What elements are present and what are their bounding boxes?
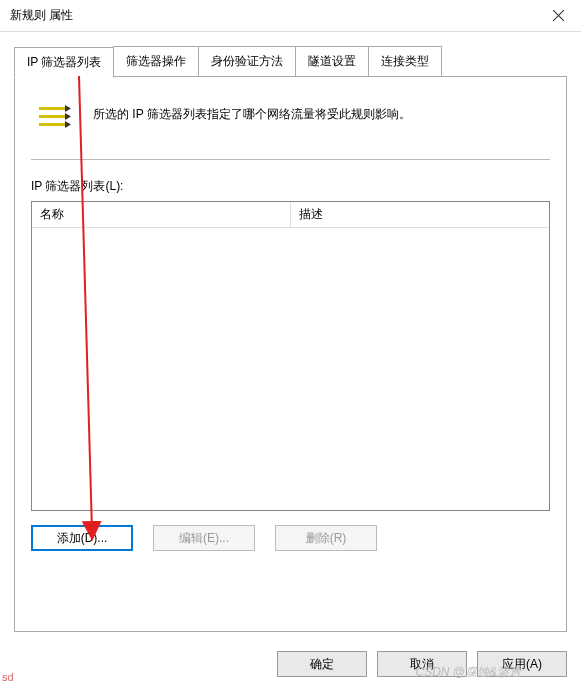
tab-ip-filter-list[interactable]: IP 筛选器列表 — [14, 47, 114, 78]
dialog-content: IP 筛选器列表 筛选器操作 身份验证方法 隧道设置 连接类型 所选的 IP 筛… — [0, 32, 581, 642]
filter-list-icon — [37, 101, 71, 135]
svg-marker-6 — [65, 113, 71, 120]
close-icon — [553, 10, 564, 21]
info-row: 所选的 IP 筛选器列表指定了哪个网络流量将受此规则影响。 — [31, 95, 550, 160]
watermark: CSDN @腐蚀&渗透 — [415, 664, 521, 681]
ok-button[interactable]: 确定 — [277, 651, 367, 677]
tab-label: 身份验证方法 — [211, 54, 283, 68]
tab-label: 隧道设置 — [308, 54, 356, 68]
ip-filter-listbox[interactable]: 名称 描述 — [31, 201, 550, 511]
tab-connection-type[interactable]: 连接类型 — [368, 46, 442, 76]
tab-label: 筛选器操作 — [126, 54, 186, 68]
titlebar: 新规则 属性 — [0, 0, 581, 32]
window-title: 新规则 属性 — [10, 7, 73, 24]
tab-strip: IP 筛选器列表 筛选器操作 身份验证方法 隧道设置 连接类型 — [14, 46, 567, 77]
tab-auth-method[interactable]: 身份验证方法 — [198, 46, 296, 76]
tab-label: IP 筛选器列表 — [27, 55, 101, 69]
edit-button: 编辑(E)... — [153, 525, 255, 551]
remove-button: 删除(R) — [275, 525, 377, 551]
tab-tunnel-settings[interactable]: 隧道设置 — [295, 46, 369, 76]
list-button-row: 添加(D)... 编辑(E)... 删除(R) — [31, 525, 550, 551]
column-header-name[interactable]: 名称 — [32, 202, 291, 228]
list-label: IP 筛选器列表(L): — [31, 178, 550, 195]
add-button[interactable]: 添加(D)... — [31, 525, 133, 551]
list-header: 名称 描述 — [32, 202, 549, 228]
svg-rect-4 — [39, 123, 69, 126]
close-button[interactable] — [536, 0, 581, 32]
info-text: 所选的 IP 筛选器列表指定了哪个网络流量将受此规则影响。 — [93, 101, 411, 124]
tab-filter-action[interactable]: 筛选器操作 — [113, 46, 199, 76]
svg-rect-2 — [39, 107, 69, 110]
tab-panel: 所选的 IP 筛选器列表指定了哪个网络流量将受此规则影响。 IP 筛选器列表(L… — [14, 77, 567, 632]
svg-marker-5 — [65, 105, 71, 112]
svg-rect-3 — [39, 115, 69, 118]
tab-label: 连接类型 — [381, 54, 429, 68]
stray-text: sd — [2, 671, 14, 683]
column-header-desc[interactable]: 描述 — [291, 202, 550, 228]
svg-marker-7 — [65, 121, 71, 128]
